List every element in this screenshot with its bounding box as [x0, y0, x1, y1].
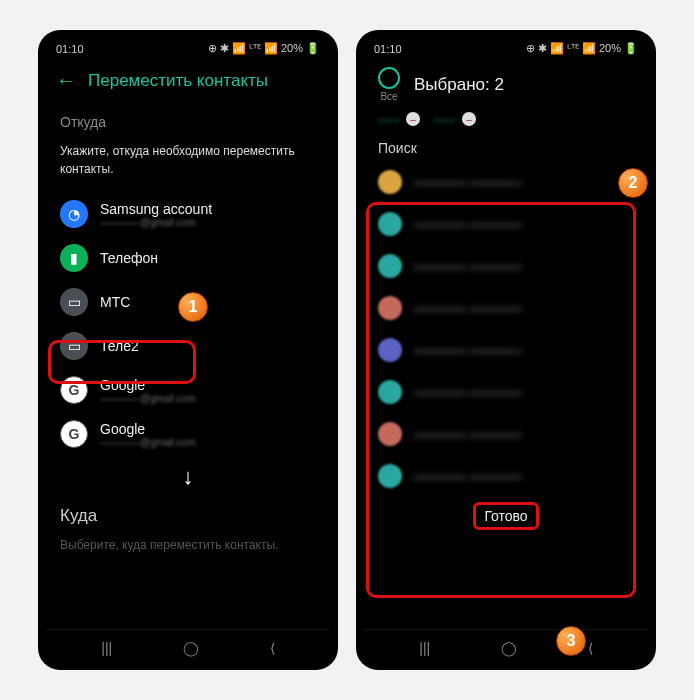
source-item-google-2[interactable]: G Google————@gmail.com [46, 412, 330, 456]
nav-home-icon[interactable]: ◯ [183, 640, 199, 656]
source-label: МТС [100, 294, 130, 310]
source-item-samsung[interactable]: ◔ Samsung account————@gmail.com [46, 192, 330, 236]
callout-badge-2: 2 [618, 168, 648, 198]
contact-row[interactable]: ———— ———— [378, 374, 634, 410]
nav-recent-icon[interactable]: ||| [419, 640, 430, 656]
contact-avatar [378, 254, 402, 278]
android-navbar: ||| ◯ ⟨ [364, 629, 648, 658]
contact-name: ———— ———— [414, 301, 522, 316]
arrow-down-icon: ↓ [46, 456, 330, 496]
source-label: Телефон [100, 250, 158, 266]
select-all-checkbox[interactable] [378, 67, 400, 89]
phone-left: 01:10 ⊕ ✱ 📶 ᴸᵀᴱ 📶 20% 🔋 ← Переместить ко… [38, 30, 338, 670]
to-label: Куда [46, 496, 330, 534]
select-all-label: Все [380, 91, 397, 102]
remove-chip-icon[interactable]: – [406, 112, 420, 126]
contact-name: ———— ———— [414, 175, 522, 190]
contact-row[interactable]: ———— ———— [378, 248, 634, 284]
page-title: Переместить контакты [88, 71, 268, 91]
callout-badge-3: 3 [556, 626, 586, 656]
contact-row[interactable]: ———— ———— [378, 458, 634, 494]
status-icons-right: ⊕ ✱ 📶 ᴸᵀᴱ 📶 20% 🔋 [208, 42, 320, 55]
source-item-google-1[interactable]: G Google————@gmail.com [46, 368, 330, 412]
contact-row[interactable]: ———— ———— [378, 206, 634, 242]
from-label: Откуда [46, 104, 330, 138]
google-icon: G [60, 420, 88, 448]
contact-avatar [378, 464, 402, 488]
status-icons-right: ⊕ ✱ 📶 ᴸᵀᴱ 📶 20% 🔋 [526, 42, 638, 55]
selection-header: Все Выбрано: 2 [364, 61, 648, 106]
back-icon[interactable]: ← [56, 69, 76, 92]
search-label[interactable]: Поиск [364, 136, 648, 164]
nav-back-icon[interactable]: ⟨ [270, 640, 275, 656]
contact-avatar [378, 212, 402, 236]
remove-chip-icon[interactable]: – [462, 112, 476, 126]
samsung-icon: ◔ [60, 200, 88, 228]
contact-name: ———— ———— [414, 217, 522, 232]
nav-back-icon[interactable]: ⟨ [588, 640, 593, 656]
chip-item[interactable]: ——– [378, 112, 420, 126]
contact-name: ———— ———— [414, 385, 522, 400]
source-list: ◔ Samsung account————@gmail.com ▮ Телефо… [46, 192, 330, 456]
selected-chips: ——– ——– [364, 106, 648, 136]
status-time: 01:10 [56, 43, 84, 55]
phone-icon: ▮ [60, 244, 88, 272]
contact-row[interactable]: ———— ———— [378, 416, 634, 452]
chip-item[interactable]: ——– [434, 112, 476, 126]
selection-count: Выбрано: 2 [414, 75, 504, 95]
status-bar: 01:10 ⊕ ✱ 📶 ᴸᵀᴱ 📶 20% 🔋 [364, 40, 648, 61]
google-icon: G [60, 376, 88, 404]
phone-right: 01:10 ⊕ ✱ 📶 ᴸᵀᴱ 📶 20% 🔋 Все Выбрано: 2 —… [356, 30, 656, 670]
contact-name: ———— ———— [414, 343, 522, 358]
nav-recent-icon[interactable]: ||| [101, 640, 112, 656]
callout-badge-1: 1 [178, 292, 208, 322]
status-time: 01:10 [374, 43, 402, 55]
contact-avatar [378, 170, 402, 194]
source-item-tele2[interactable]: ▭ Теле2 [46, 324, 330, 368]
contact-row[interactable]: ———— ———— [378, 332, 634, 368]
contacts-list: ———— ———————— ———————— ———————— ————————… [364, 164, 648, 494]
android-navbar: ||| ◯ ⟨ [46, 629, 330, 658]
status-bar: 01:10 ⊕ ✱ 📶 ᴸᵀᴱ 📶 20% 🔋 [46, 40, 330, 61]
contact-row[interactable]: ———— ———— [378, 164, 634, 200]
source-label: Теле2 [100, 338, 139, 354]
contact-name: ———— ———— [414, 469, 522, 484]
contact-row[interactable]: ———— ———— [378, 290, 634, 326]
contact-avatar [378, 380, 402, 404]
nav-home-icon[interactable]: ◯ [501, 640, 517, 656]
screen-header: ← Переместить контакты [46, 61, 330, 104]
contact-avatar [378, 422, 402, 446]
instruction-text: Укажите, откуда необходимо переместить к… [46, 138, 330, 192]
contact-name: ———— ———— [414, 259, 522, 274]
contact-name: ———— ———— [414, 427, 522, 442]
contact-avatar [378, 338, 402, 362]
done-button[interactable]: Готово [473, 502, 538, 530]
sim-icon: ▭ [60, 288, 88, 316]
sim-icon: ▭ [60, 332, 88, 360]
contact-avatar [378, 296, 402, 320]
source-item-phone[interactable]: ▮ Телефон [46, 236, 330, 280]
to-hint: Выберите, куда переместить контакты. [46, 534, 330, 556]
